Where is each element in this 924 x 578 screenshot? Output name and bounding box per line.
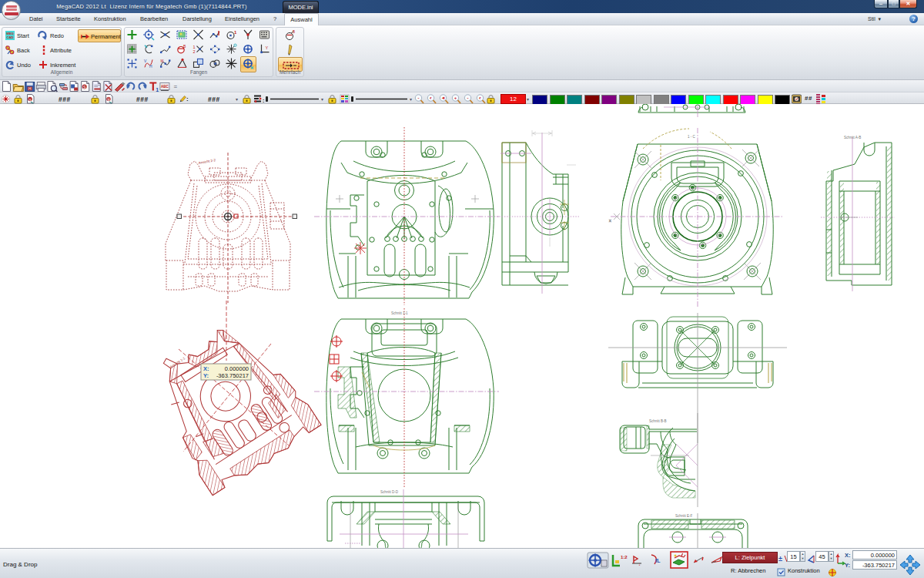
svg-text:X: X — [609, 219, 611, 223]
svg-text:CAD: CAD — [6, 35, 13, 39]
svg-text::: : — [186, 96, 189, 102]
svg-text:Schnitt 1-1: Schnitt 1-1 — [391, 311, 408, 315]
svg-text:1: 1 — [234, 30, 237, 35]
svg-text::: : — [263, 98, 264, 103]
svg-text:S: S — [29, 98, 32, 102]
svg-text:X:: X: — [203, 365, 209, 372]
svg-text:±: ± — [778, 555, 782, 563]
svg-text:###: ### — [208, 96, 220, 103]
svg-text:Schnitt A-B: Schnitt A-B — [844, 136, 861, 139]
svg-text:Ansicht 1-1: Ansicht 1-1 — [169, 356, 186, 369]
svg-text:-: - — [418, 96, 420, 100]
svg-text:###: ### — [136, 96, 149, 103]
svg-text:M: M — [161, 59, 164, 63]
svg-text:▾: ▾ — [321, 97, 323, 102]
svg-text:◐: ◐ — [430, 96, 433, 100]
svg-text:H: H — [28, 86, 32, 91]
svg-text:Schnitt E-F: Schnitt E-F — [675, 514, 693, 518]
svg-text:Ansicht 2-2: Ansicht 2-2 — [198, 158, 216, 165]
svg-text:ABC: ABC — [161, 85, 169, 89]
svg-text:Schnitt B-B: Schnitt B-B — [649, 419, 667, 423]
svg-text:1: 1 — [156, 87, 159, 92]
svg-text:-363.750217: -363.750217 — [216, 372, 249, 379]
svg-text:1:2: 1:2 — [621, 555, 628, 560]
svg-text:Y: Y — [266, 45, 269, 50]
svg-text:▾: ▾ — [236, 97, 238, 102]
svg-text:↓: ↓ — [638, 562, 641, 566]
svg-text:S: S — [108, 98, 110, 102]
svg-text:Schnitt D-D: Schnitt D-D — [380, 490, 399, 494]
svg-text:=: = — [174, 83, 178, 90]
svg-text:H: H — [149, 64, 152, 69]
svg-text:###: ### — [59, 96, 71, 103]
svg-text:B: B — [293, 30, 295, 34]
svg-text:B: B — [183, 44, 186, 49]
svg-text:◄: ◄ — [441, 96, 446, 100]
svg-text:▾: ▾ — [410, 97, 412, 102]
svg-text:Y:: Y: — [203, 372, 209, 379]
svg-text:◐: ◐ — [479, 96, 482, 100]
svg-text:1 - C: 1 - C — [688, 135, 696, 139]
svg-text:+: + — [454, 96, 457, 100]
svg-text:V: V — [144, 59, 147, 63]
svg-text:0.000000: 0.000000 — [225, 365, 249, 372]
svg-text:2: 2 — [193, 49, 196, 54]
svg-text:-: - — [467, 96, 469, 100]
svg-text:fL: fL — [655, 558, 661, 563]
